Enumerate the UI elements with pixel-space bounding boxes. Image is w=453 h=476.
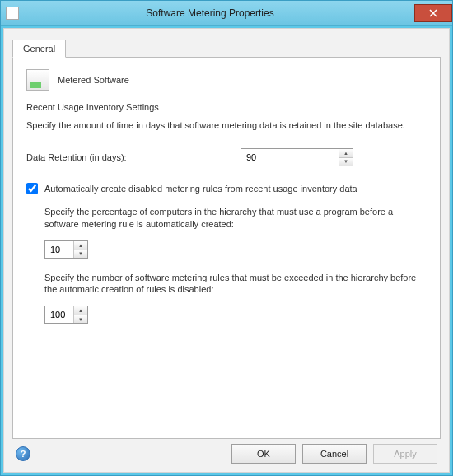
percent-input[interactable] (45, 241, 73, 258)
retention-up-button[interactable]: ▲ (339, 149, 353, 157)
maxrules-down-button[interactable]: ▼ (74, 315, 87, 323)
client-area: General Metered Software Recent Usage In… (3, 28, 450, 473)
group-description: Specify the amount of time in days that … (26, 119, 427, 132)
cancel-button[interactable]: Cancel (302, 444, 367, 464)
auto-rules-label: Automatically create disabled metering r… (44, 184, 357, 194)
tab-panel-general: Metered Software Recent Usage Inventory … (12, 57, 441, 439)
tab-strip: General (12, 37, 441, 57)
panel-heading: Metered Software (58, 75, 129, 85)
maxrules-up-button[interactable]: ▲ (74, 306, 87, 315)
metered-software-icon (26, 69, 49, 91)
maxrules-description: Specify the number of software metering … (44, 272, 427, 296)
maxrules-spinner: ▲ ▼ (44, 306, 88, 324)
retention-spinner: ▲ ▼ (241, 148, 353, 166)
window-frame: Software Metering Properties General Met… (0, 0, 453, 476)
dialog-footer: ? OK Cancel Apply (12, 439, 441, 465)
tab-general[interactable]: General (12, 40, 66, 58)
auto-rules-checkbox[interactable] (26, 183, 38, 194)
percent-down-button[interactable]: ▼ (74, 250, 87, 258)
retention-down-button[interactable]: ▼ (339, 157, 353, 166)
titlebar[interactable]: Software Metering Properties (1, 1, 452, 26)
retention-label: Data Retention (in days): (26, 152, 241, 162)
close-button[interactable] (414, 4, 452, 22)
apply-button: Apply (373, 444, 437, 464)
retention-input[interactable] (241, 149, 339, 166)
close-icon (429, 9, 437, 17)
group-title: Recent Usage Inventory Settings (26, 102, 427, 112)
ok-button[interactable]: OK (231, 444, 296, 464)
maxrules-input[interactable] (45, 306, 73, 323)
percent-up-button[interactable]: ▲ (74, 241, 87, 250)
percent-description: Specify the percentage of computers in t… (44, 206, 427, 231)
percent-spinner: ▲ ▼ (44, 240, 88, 259)
group-divider (26, 114, 427, 114)
help-icon[interactable]: ? (16, 446, 30, 461)
window-title: Software Metering Properties (6, 7, 414, 19)
